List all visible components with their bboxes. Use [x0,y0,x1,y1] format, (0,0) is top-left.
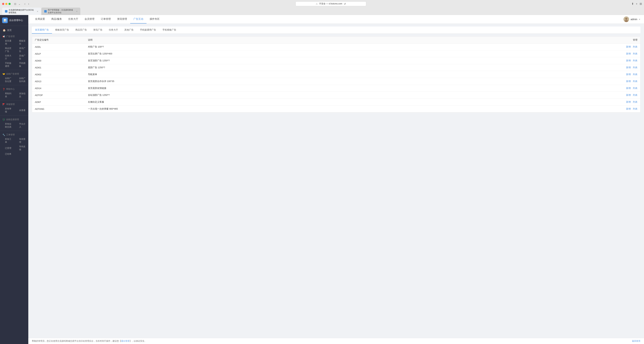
add-link-adi01[interactable]: 新增 [626,66,631,69]
content-area: 首页通用广告 模板首页广告 商品页广告 资讯广告 任务大厅 其他广告 手机版通用… [28,24,644,338]
table-row: ADLP 首页拉屏广告 1250*400 新增 列表 [32,50,640,57]
td-actions-adi14: 新增 列表 [605,85,640,92]
address-bar-wrapper: ⚠ 不安全 — cf.koicms.com ↺ [32,1,629,6]
sidebar-sub-pending[interactable]: 等待受理 [14,137,28,144]
list-link-adi00[interactable]: 列表 [633,59,638,62]
sidebar-section-trade[interactable]: 💱 自助交易管理 [0,116,28,122]
nav-order-mgmt[interactable]: 订单管理 [98,15,114,23]
sidebar-sub-all-orders[interactable]: 所有工单 [0,137,14,144]
list-link-adi01[interactable]: 列表 [633,66,638,69]
add-link-adlp[interactable]: 新增 [626,52,631,55]
workorder-label: 工单管理 [6,133,15,136]
sidebar-sub-all-trades[interactable]: 所有自助交易 [0,122,14,129]
td-desc-adi13: 首页底部合作伙伴 100*35 [85,78,605,85]
list-link-addl[interactable]: 列表 [633,45,638,48]
close-button[interactable] [2,3,4,5]
sidebar-sub-home-common[interactable]: 首页通用 [0,39,14,46]
add-link-adtang[interactable]: 新增 [626,107,631,110]
sidebar-sub-mobile-template[interactable]: 手机模板 [14,61,28,68]
sub-tab-info-ad[interactable]: 资讯广告 [90,26,106,33]
list-link-adi02[interactable]: 列表 [633,73,638,76]
back-home-link[interactable]: 返回首页 [632,340,640,343]
sub-tab-template-home-ad[interactable]: 模板首页广告 [52,26,72,33]
sidebar-sub-platform-intervene[interactable]: 平台介入 [14,122,28,129]
sidebar-sub-template-home[interactable]: 模板首页 [14,39,28,46]
minimize-button[interactable] [5,3,8,5]
sidebar-sub-self-ad-list[interactable]: 自助广告列表 [14,76,28,84]
add-link-adi00[interactable]: 新增 [626,59,631,62]
add-link-adkf[interactable]: 新增 [626,100,631,104]
nav-global-settings[interactable]: 全局设置 [32,15,48,23]
maximize-button[interactable] [8,3,10,5]
sub-tab-task-hall[interactable]: 任务大厅 [106,26,121,33]
sidebar-sub-info-ad[interactable]: 资讯广告 [14,46,28,53]
add-link-addl[interactable]: 新增 [626,45,631,48]
tab-close-1[interactable]: ✕ [37,10,38,12]
sidebar-sub-unviewed[interactable]: 未查看 [14,107,28,114]
add-link-adtop[interactable]: 新增 [626,93,631,97]
tab-close-2[interactable]: ✕ [76,10,78,12]
table-row: ADTOP 全站顶部广告 1250*? 新增 列表 [32,92,640,99]
add-link-adi14[interactable]: 新增 [626,87,631,90]
share-button[interactable]: ⬆ [632,2,634,5]
dropdown-arrow-icon[interactable]: ▼ [639,18,640,20]
sidebar-sub-help-list[interactable]: 帮助列表 [0,91,14,99]
sub-tab-mobile-common-ad[interactable]: 手机版通用广告 [137,26,159,33]
sidebar-sub-self-ad-pos[interactable]: 自助广告位置 [0,76,14,84]
nav-buttons: ‹ › [23,2,30,6]
list-link-adlp[interactable]: 列表 [633,52,638,55]
nav-ad-interaction[interactable]: 广告互动 [130,15,146,23]
list-link-adtang[interactable]: 列表 [633,107,638,110]
list-link-adi13[interactable]: 列表 [633,80,638,83]
td-code-adi01: ADI01 [32,64,85,71]
forward-button[interactable]: › [27,2,30,6]
list-link-adkf[interactable]: 列表 [633,100,638,104]
sidebar-sub-other-ad[interactable]: 其他广告 [14,53,28,61]
sidebar-toggle-button[interactable]: ⊡ [14,2,17,6]
svg-point-2 [624,20,628,22]
nav-member-mgmt[interactable]: 会员管理 [82,15,98,23]
admin-name[interactable]: admin [630,18,637,21]
td-actions-adi01: 新增 列表 [605,64,640,71]
add-link-adi02[interactable]: 新增 [626,73,631,76]
sidebar-sub-closed[interactable]: 已结单 [0,152,14,156]
list-link-adtop[interactable]: 列表 [633,93,638,97]
sidebar-item-home[interactable]: 🏠 首页 [0,27,28,33]
sidebar-section-self-ad[interactable]: 🤝 自助广告管理 [0,71,28,76]
back-button[interactable]: ‹ [23,2,26,6]
main-content: 全局设置 商品/服务 任务大厅 会员管理 订单管理 资讯管理 广告互动 插件专区… [28,15,644,344]
sidebar-sub-goods-ad[interactable]: 商品页广告 [0,46,14,53]
sidebar-section-help[interactable]: ❓ 帮助中心 [0,86,28,91]
new-tab-button[interactable]: + [636,2,638,5]
sub-tab-other-ad[interactable]: 其他广告 [121,26,137,33]
add-link-adi13[interactable]: 新增 [626,80,631,83]
nav-task-hall[interactable]: 任务大厅 [65,15,82,23]
list-link-adi14[interactable]: 列表 [633,87,638,90]
sub-tab-goods-page-ad[interactable]: 商品页广告 [72,26,90,33]
sidebar-sub-add-info[interactable]: 添加信息 [14,91,28,99]
sidebar-section-ad[interactable]: 📢 广告管理 [0,33,28,39]
sub-tab-mobile-template-ad[interactable]: 手机模板广告 [159,26,180,33]
sidebar-sub-all-reports[interactable]: 所有举报 [0,107,14,114]
window-layout-button[interactable]: ⌄ [18,2,21,6]
top-nav: 全局设置 商品/服务 任务大厅 会员管理 订单管理 资讯管理 广告互动 插件专区… [28,15,644,24]
table-row: ADKF 右侧自定义客服 新增 列表 [32,99,640,105]
reload-button[interactable]: ↺ [344,2,346,5]
sidebar-section-report[interactable]: 🚩 举报管理 [0,101,28,107]
logout-link[interactable]: 退出登录 [121,340,130,342]
nav-plugin-zone[interactable]: 插件专区 [146,15,163,23]
sidebar-button[interactable]: ⊞ [640,2,642,5]
address-bar[interactable]: ⚠ 不安全 — cf.koicms.com ↺ [296,1,366,6]
sidebar-sub-mobile-common[interactable]: 手机版通用 [0,61,14,68]
browser-tab-2[interactable]: 用户管理面板 - 主流源码商城交易平台演示站 ✕ [42,7,80,15]
sidebar-sub-wait-feedback[interactable]: 等待反馈 [14,144,28,152]
table-row: ADI00 首页顶部广告 1250*? 新增 列表 [32,57,640,64]
browser-tab-1[interactable]: 主流源码商城交易平台演示站管理系统 ✕ [2,7,41,15]
sidebar-sub-task-hall[interactable]: 任务大厅 [0,53,14,61]
sidebar-section-workorder[interactable]: 🔧 工单管理 [0,131,28,137]
nav-goods-service[interactable]: 商品/服务 [48,15,65,23]
nav-info-mgmt[interactable]: 资讯管理 [114,15,130,23]
sub-tab-home-common-ad[interactable]: 首页通用广告 [32,26,52,33]
footer-text-after: 】，以保证安全。 [130,340,146,342]
sidebar-sub-received[interactable]: 已受理 [0,144,14,152]
